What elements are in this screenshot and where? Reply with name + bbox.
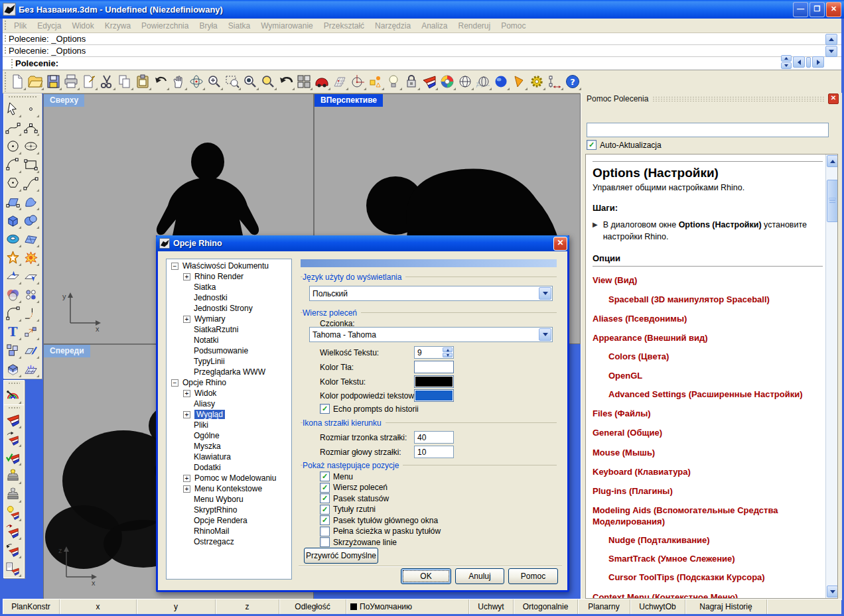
tree-expander-icon[interactable] (183, 411, 190, 418)
tree-item[interactable]: Pliki (167, 420, 291, 430)
help-search-input[interactable] (587, 123, 829, 137)
menu-item[interactable]: Narzędzia (370, 21, 416, 31)
help-link[interactable]: SmartTrack (Умное Слежение) (608, 554, 823, 564)
show-item-checkbox[interactable]: Menu (320, 471, 441, 481)
spheres-button[interactable] (22, 211, 40, 229)
echo-prompts-checkbox[interactable]: Echo prompts do historii (320, 404, 419, 414)
help-link[interactable]: Spaceball (3D манипулятор Spaceball) (608, 294, 823, 305)
render-preview-button[interactable] (4, 448, 22, 466)
status-cell[interactable]: x (60, 599, 137, 614)
flip-button[interactable] (22, 341, 40, 359)
show-item-checkbox[interactable]: Pełna ścieżka w pasku tytułów (320, 526, 441, 536)
control-point-curve-button[interactable] (4, 118, 22, 137)
render-button[interactable] (421, 73, 439, 91)
tree-item[interactable]: Ostrzegacz (167, 536, 291, 547)
tree-expander-icon[interactable] (183, 316, 190, 323)
text-button[interactable] (4, 322, 22, 341)
color-circles-button[interactable] (4, 285, 22, 304)
tree-item[interactable]: Jednostki Strony (167, 303, 291, 314)
box-button[interactable] (4, 211, 22, 229)
color-wheel-button[interactable] (439, 73, 457, 91)
save-button[interactable] (44, 73, 62, 91)
torus-button[interactable] (4, 229, 22, 248)
prompt-scroll-handle[interactable] (806, 57, 811, 68)
toolbar-grip[interactable] (8, 406, 20, 410)
help-link[interactable]: Aliases (Псевдонимы) (593, 314, 823, 324)
render-in-window-button[interactable] (4, 429, 22, 448)
select-arrow-button[interactable] (4, 99, 22, 118)
floor-plan-button[interactable] (22, 359, 40, 378)
show-item-checkbox[interactable]: Pasek statusów (320, 493, 441, 503)
spin-down-button[interactable] (443, 353, 453, 357)
tree-item[interactable]: Rhino Render (167, 271, 291, 282)
scroll-up-button[interactable] (827, 155, 838, 167)
render-button[interactable] (4, 410, 22, 429)
zoom-dynamic-button[interactable] (206, 73, 224, 91)
menu-item[interactable]: Przekształć (318, 21, 370, 31)
surface-button[interactable] (4, 192, 22, 211)
arrow-head-field[interactable]: 10 (414, 446, 454, 458)
window-close-button[interactable]: ✕ (826, 2, 841, 17)
new-file-button[interactable] (9, 73, 27, 91)
cplane-circle-button[interactable] (349, 73, 367, 91)
command-history-line[interactable]: Polecenie: _Options (3, 45, 841, 57)
menu-grip[interactable] (4, 20, 7, 31)
status-cell[interactable]: Planarny (578, 599, 630, 614)
help-link[interactable]: Keyboard (Клавиатура) (593, 467, 823, 477)
restore-defaults-button[interactable]: Przywróć Domyślne (304, 548, 378, 564)
tree-item[interactable]: Ogólne (167, 430, 291, 441)
tree-item[interactable]: Notatki (167, 335, 291, 345)
circle-button[interactable] (4, 137, 22, 155)
status-cell[interactable]: PlanKonstr (3, 599, 60, 614)
tree-expander-icon[interactable] (183, 485, 190, 493)
prompt-scroll-right-button[interactable] (812, 56, 824, 68)
viewport-layout-button[interactable] (295, 73, 313, 91)
menu-item[interactable]: Wymiarowanie (255, 21, 318, 31)
copy-button[interactable] (116, 73, 134, 91)
arc-button[interactable] (4, 155, 22, 174)
explode-button[interactable] (22, 248, 40, 267)
cancel-button[interactable]: Anuluj (455, 568, 504, 584)
point-objects-button[interactable] (367, 73, 385, 91)
render-properties-button[interactable] (4, 559, 22, 578)
menu-item[interactable]: Plik (9, 21, 32, 31)
stamp-gray-bulb-button[interactable] (4, 485, 22, 503)
tree-item[interactable]: Myszka (167, 441, 291, 452)
help-scrollbar[interactable] (825, 154, 837, 598)
rotate-view-button[interactable] (188, 73, 206, 91)
fillet-radius-button[interactable] (22, 304, 40, 322)
bent-surface-button[interactable] (22, 192, 40, 211)
status-cell[interactable]: Odległość (279, 599, 346, 614)
show-item-checkbox[interactable]: Tytuły rzutni (320, 505, 441, 515)
tree-expander-icon[interactable] (183, 475, 190, 482)
analyze-rainbow-button[interactable] (4, 386, 22, 404)
status-cell[interactable]: y (137, 599, 216, 614)
font-dropdown[interactable]: Tahoma - Tahoma (309, 327, 553, 342)
menu-item[interactable]: Widok (66, 21, 99, 31)
print-button[interactable] (62, 73, 80, 91)
ellipse-button[interactable] (22, 137, 40, 155)
help-link[interactable]: Context Menu (Контекстное Меню) (593, 592, 823, 599)
split-button[interactable] (22, 267, 40, 285)
prompt-scroll-left-button[interactable] (793, 56, 805, 68)
patch-button[interactable] (22, 229, 40, 248)
tree-item[interactable]: Właściwości Dokumentu (167, 261, 291, 271)
background-color-swatch[interactable] (414, 361, 454, 373)
tree-item[interactable]: SiatkaRzutni (167, 324, 291, 335)
text-color-swatch[interactable] (414, 375, 454, 388)
scroll-thumb[interactable] (827, 180, 838, 222)
tree-item[interactable]: Menu Kontekstowe (167, 483, 291, 494)
tree-item[interactable]: TypyLinii (167, 356, 291, 367)
menu-item[interactable]: Pomoc (496, 21, 531, 31)
window-maximize-button[interactable]: ❐ (809, 2, 825, 17)
show-objects-bulb-button[interactable] (385, 73, 403, 91)
tree-item[interactable]: Wymiary (167, 314, 291, 324)
blocks-button[interactable] (4, 341, 22, 359)
shaded-cube-button[interactable] (4, 359, 22, 378)
cut-button[interactable] (98, 73, 116, 91)
tree-item[interactable]: Aliasy (167, 399, 291, 409)
command-history-line[interactable]: Polecenie: _Options (3, 33, 841, 45)
pan-button[interactable] (170, 73, 188, 91)
undo-button[interactable] (152, 73, 170, 91)
help-link[interactable]: Mouse (Мышь) (593, 448, 823, 458)
